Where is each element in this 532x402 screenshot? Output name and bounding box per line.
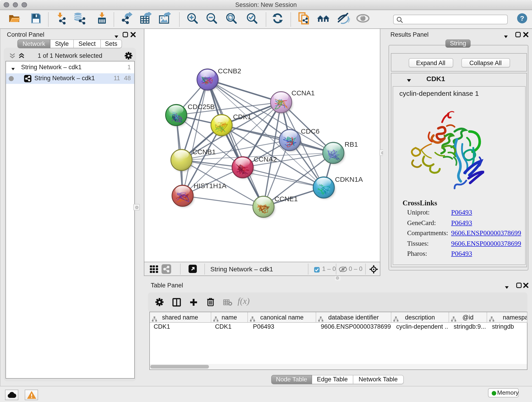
svg-text:CCNA2: CCNA2 [254, 155, 277, 163]
svg-text:CDC6: CDC6 [301, 128, 320, 135]
svg-text:CCNE1: CCNE1 [274, 195, 298, 203]
svg-text:?: ? [520, 14, 524, 22]
svg-text:CDK1: CDK1 [233, 113, 251, 121]
svg-text:RB1: RB1 [345, 140, 358, 148]
svg-text:CDC25B: CDC25B [188, 103, 215, 110]
svg-text:CDKN1A: CDKN1A [335, 176, 363, 183]
svg-text:CCNB2: CCNB2 [218, 67, 241, 75]
svg-text:CCNB1: CCNB1 [192, 148, 216, 156]
svg-text:CCNA1: CCNA1 [291, 89, 315, 97]
svg-text:HIST1H1A: HIST1H1A [194, 182, 226, 190]
